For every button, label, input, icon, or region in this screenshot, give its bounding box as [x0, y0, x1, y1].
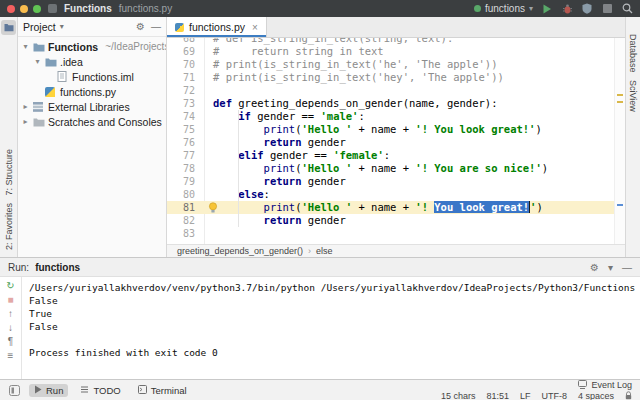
collapse-panel-icon[interactable]: ▾ [608, 262, 613, 273]
debug-button[interactable] [561, 3, 573, 15]
title-bar: Functions functions.py functions ▾ [0, 0, 640, 17]
status-metric-15-chars[interactable]: 15 chars [441, 391, 476, 400]
tree-item-functions-py[interactable]: functions.py [18, 84, 166, 99]
python-file-icon [175, 23, 184, 32]
run-panel-title: Run: [8, 262, 29, 273]
code-text: else: [204, 188, 270, 201]
tree-expand-icon[interactable]: ▸ [21, 117, 30, 126]
tree-expand-icon[interactable]: ▾ [33, 57, 42, 66]
console-line [29, 333, 640, 346]
tool-window-button-2-favorites[interactable]: 2: Favorites [4, 203, 14, 250]
tree-item-functions-iml[interactable]: Functions.iml [18, 69, 166, 84]
status-metric-utf-8[interactable]: UTF-8 [541, 391, 567, 400]
status-metric-4-spaces[interactable]: 4 spaces [578, 391, 614, 400]
tree-expand-icon[interactable]: ▾ [21, 42, 30, 51]
tool-window-button-7-structure[interactable]: 7: Structure [4, 149, 14, 196]
run-tab-functions[interactable]: functions [35, 262, 80, 273]
breadcrumb-item-greeting-depends-on-gender[interactable]: greeting_depends_on_gender() [177, 246, 303, 256]
code-line[interactable]: 83 [167, 227, 625, 240]
code-line[interactable]: 73def greeting_depends_on_gender(name, g… [167, 97, 625, 110]
stop-button[interactable] [601, 3, 613, 15]
code-line[interactable]: 78 print('Hello ' + name + '! You are so… [167, 162, 625, 175]
zoom-window-icon[interactable] [33, 5, 41, 13]
line-number: 69 [167, 45, 204, 58]
tool-window-button-database[interactable]: Database [628, 34, 638, 73]
file-icon [57, 71, 69, 82]
editor-tab-functions-py[interactable]: functions.py × [167, 17, 267, 37]
code-line[interactable]: 81 print('Hello ' + name + '! You look g… [167, 201, 625, 214]
window-title-project: Functions [64, 3, 112, 14]
code-line[interactable]: 75 print('Hello ' + name + '! You look g… [167, 123, 625, 136]
main-area: 7: Structure2: Favorites Project ▾ ⚙ — ▾… [0, 17, 640, 257]
code-line[interactable]: 80 else: [167, 188, 625, 201]
todo-icon [80, 385, 89, 396]
code-line[interactable]: 70# print(is_string_in_text('he', 'The a… [167, 58, 625, 71]
tree-item-path: ~/IdeaProjects/Python3/Functions [105, 41, 166, 52]
status-right: Event Log 15 chars81:51LFUTF-84 spaces [441, 380, 632, 400]
soft-wrap-icon[interactable]: ¶ [8, 336, 13, 348]
tool-window-button-sciview[interactable]: SciView [628, 80, 638, 112]
tool-window-toggle-todo[interactable]: TODO [75, 384, 125, 397]
run-toggle-icon [34, 385, 42, 396]
tree-item-external-libraries[interactable]: ▸External Libraries [18, 99, 166, 114]
code-line[interactable]: 69# return string in text [167, 45, 625, 58]
code-line[interactable]: 77 elif gender == 'female': [167, 149, 625, 162]
lock-icon[interactable] [625, 391, 632, 400]
code-text: return gender [204, 214, 346, 227]
run-tool-window: Run: functions ⚙ ▾ — ↻■↑↓¶≡ /Users/yuriy… [0, 257, 640, 379]
tool-window-toggle-terminal[interactable]: Terminal [133, 384, 192, 397]
run-configuration-select[interactable]: functions ▾ [474, 3, 533, 14]
close-tab-icon[interactable]: × [252, 22, 258, 33]
rerun-icon[interactable]: ↻ [6, 280, 14, 292]
project-panel-header[interactable]: Project ▾ ⚙ — [18, 17, 166, 37]
close-window-icon[interactable] [7, 5, 15, 13]
line-number: 78 [167, 162, 204, 175]
code-editor[interactable]: 68# def is_string_in_text(string, text):… [167, 38, 625, 244]
up-stack-trace-icon[interactable]: ↑ [8, 308, 13, 320]
line-number: 75 [167, 123, 204, 136]
tool-window-toggle-run[interactable]: Run [29, 384, 68, 397]
tool-window-switcher-icon[interactable] [8, 385, 20, 397]
chevron-down-icon[interactable]: ▾ [60, 22, 64, 31]
tree-item-idea[interactable]: ▾.idea [18, 54, 166, 69]
tree-item-label: Functions [48, 41, 98, 53]
app-icon [48, 4, 57, 13]
down-stack-trace-icon[interactable]: ↓ [8, 322, 13, 334]
hide-panel-icon[interactable]: — [622, 262, 632, 273]
settings-gear-icon[interactable]: ⚙ [136, 21, 145, 32]
event-log-icon [578, 380, 587, 389]
minimize-window-icon[interactable] [20, 5, 28, 13]
tree-item-functions[interactable]: ▾Functions~/IdeaProjects/Python3/Functio… [18, 39, 166, 54]
status-metric-lf[interactable]: LF [520, 391, 531, 400]
code-line[interactable]: 79 return gender [167, 175, 625, 188]
line-number: 68 [167, 38, 204, 45]
intention-bulb-icon[interactable] [208, 202, 218, 213]
run-config-label: functions [485, 3, 525, 14]
editor-scrollbar[interactable] [614, 38, 625, 244]
hide-panel-icon[interactable]: — [151, 21, 161, 32]
line-number: 74 [167, 110, 204, 123]
code-line[interactable]: 74 if gender == 'male': [167, 110, 625, 123]
code-text: def greeting_depends_on_gender(name, gen… [204, 97, 497, 110]
search-everywhere-icon[interactable] [621, 3, 633, 15]
event-log-button[interactable]: Event Log [578, 380, 632, 390]
coverage-button[interactable] [581, 3, 593, 15]
run-button[interactable] [541, 3, 553, 15]
code-text: return gender [204, 175, 346, 188]
line-number: 77 [167, 149, 204, 162]
run-console[interactable]: /Users/yuriyallakhverdov/venv/python3.7/… [22, 277, 640, 379]
settings-gear-icon[interactable]: ⚙ [590, 262, 599, 273]
scroll-to-end-icon[interactable]: ≡ [8, 350, 14, 362]
stop-icon[interactable]: ■ [7, 294, 13, 306]
code-line[interactable]: 72 [167, 84, 625, 97]
project-tool-window-button[interactable] [1, 20, 16, 35]
tree-item-scratches-and-consoles[interactable]: ▸Scratches and Consoles [18, 114, 166, 129]
breadcrumb-item-else[interactable]: else [316, 246, 333, 256]
editor-tab-label: functions.py [189, 21, 245, 33]
tree-expand-icon[interactable]: ▸ [21, 102, 30, 111]
code-line[interactable]: 82 return gender [167, 214, 625, 227]
code-line[interactable]: 71# print(is_string_in_text('hey', 'The … [167, 71, 625, 84]
code-line[interactable]: 68# def is_string_in_text(string, text): [167, 38, 625, 45]
status-metric-81-51[interactable]: 81:51 [486, 391, 509, 400]
code-line[interactable]: 76 return gender [167, 136, 625, 149]
